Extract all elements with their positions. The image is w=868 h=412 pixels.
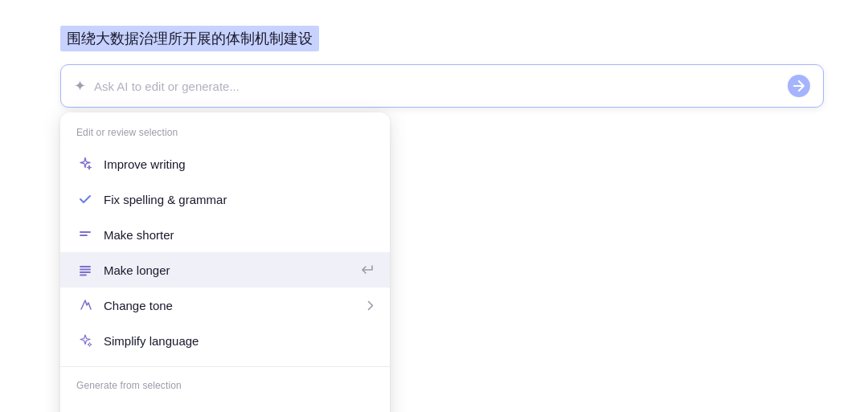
improve-writing-label: Improve writing — [104, 157, 374, 171]
selected-text-highlight: 围绕大数据治理所开展的体制机制建设 — [60, 26, 319, 51]
make-shorter-label: Make shorter — [104, 228, 374, 242]
ai-dropdown-menu: Edit or review selection Improve writing… — [60, 112, 390, 412]
change-tone-label: Change tone — [104, 299, 367, 312]
simplify-language-icon — [76, 332, 94, 349]
menu-item-improve-writing[interactable]: Improve writing — [60, 146, 390, 182]
fix-spelling-icon — [76, 190, 94, 208]
make-longer-label: Make longer — [104, 263, 359, 277]
edit-section-label: Edit or review selection — [60, 122, 390, 146]
menu-item-fix-spelling[interactable]: Fix spelling & grammar — [60, 182, 390, 217]
fix-spelling-label: Fix spelling & grammar — [104, 193, 374, 206]
ai-submit-button[interactable] — [788, 75, 810, 97]
menu-divider — [60, 366, 390, 367]
generate-section-label: Generate from selection — [60, 375, 390, 399]
selected-text: 围绕大数据治理所开展的体制机制建设 — [67, 31, 313, 47]
change-tone-icon — [76, 296, 94, 314]
summarize-icon — [76, 408, 94, 412]
ai-sparkle-icon: ✦ — [74, 77, 86, 95]
change-tone-arrow-icon — [367, 300, 374, 311]
simplify-language-label: Simplify language — [104, 334, 374, 348]
ai-input-placeholder: Ask AI to edit or generate... — [94, 80, 788, 93]
ai-input-bar[interactable]: ✦ Ask AI to edit or generate... — [60, 64, 824, 108]
menu-item-simplify-language[interactable]: Simplify language — [60, 323, 390, 358]
menu-item-make-longer[interactable]: Make longer — [60, 252, 390, 288]
menu-item-make-shorter[interactable]: Make shorter — [60, 217, 390, 252]
make-longer-icon — [76, 261, 94, 279]
menu-item-change-tone[interactable]: Change tone — [60, 288, 390, 323]
menu-item-summarize[interactable]: Summarize — [60, 399, 390, 412]
submit-arrow-icon — [793, 80, 805, 92]
make-shorter-icon — [76, 226, 94, 243]
enter-icon — [359, 264, 374, 275]
improve-writing-icon — [76, 155, 94, 173]
page-container: 围绕大数据治理所开展的体制机制建设 ✦ Ask AI to edit or ge… — [0, 0, 868, 412]
